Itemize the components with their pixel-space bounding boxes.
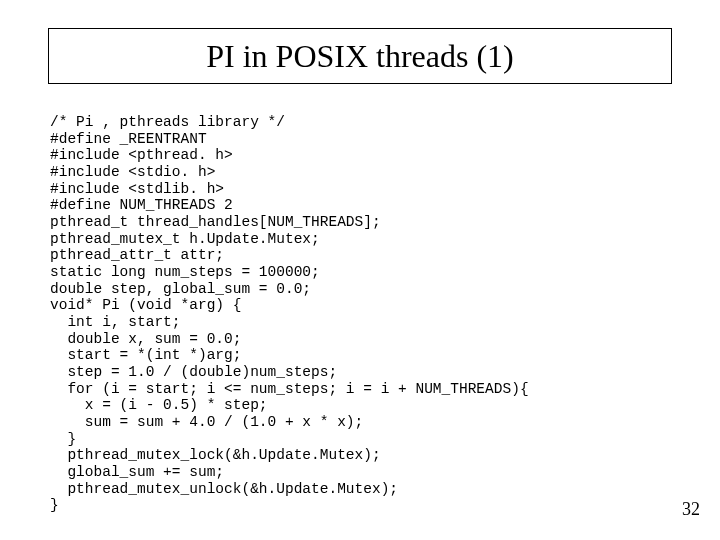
page-number: 32 — [682, 499, 700, 520]
code-block: /* Pi , pthreads library */ #define _REE… — [50, 114, 670, 514]
slide-title: PI in POSIX threads (1) — [206, 38, 514, 75]
slide: PI in POSIX threads (1) /* Pi , pthreads… — [0, 0, 720, 540]
title-box: PI in POSIX threads (1) — [48, 28, 672, 84]
